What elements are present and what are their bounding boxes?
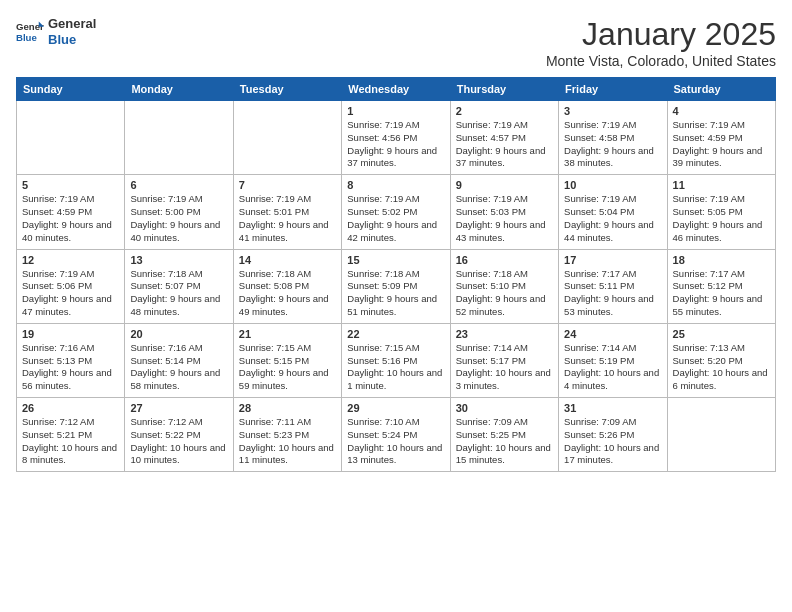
day-info: Daylight: 9 hours and 42 minutes.	[347, 219, 444, 245]
calendar-cell: 3Sunrise: 7:19 AMSunset: 4:58 PMDaylight…	[559, 101, 667, 175]
calendar-cell: 27Sunrise: 7:12 AMSunset: 5:22 PMDayligh…	[125, 398, 233, 472]
day-info: Sunset: 5:25 PM	[456, 429, 553, 442]
day-info: Daylight: 9 hours and 40 minutes.	[130, 219, 227, 245]
day-info: Sunset: 5:20 PM	[673, 355, 770, 368]
day-number: 9	[456, 179, 553, 191]
day-info: Sunset: 5:19 PM	[564, 355, 661, 368]
day-info: Daylight: 10 hours and 3 minutes.	[456, 367, 553, 393]
day-info: Sunrise: 7:15 AM	[239, 342, 336, 355]
day-number: 8	[347, 179, 444, 191]
day-info: Daylight: 9 hours and 44 minutes.	[564, 219, 661, 245]
day-number: 25	[673, 328, 770, 340]
day-number: 31	[564, 402, 661, 414]
day-info: Daylight: 9 hours and 40 minutes.	[22, 219, 119, 245]
day-info: Daylight: 10 hours and 13 minutes.	[347, 442, 444, 468]
day-info: Daylight: 9 hours and 37 minutes.	[347, 145, 444, 171]
day-info: Sunrise: 7:19 AM	[673, 193, 770, 206]
day-info: Sunset: 5:03 PM	[456, 206, 553, 219]
day-info: Sunrise: 7:18 AM	[456, 268, 553, 281]
day-info: Sunrise: 7:19 AM	[564, 193, 661, 206]
logo-icon: General Blue	[16, 18, 44, 46]
day-info: Daylight: 9 hours and 53 minutes.	[564, 293, 661, 319]
logo-general-text: General	[48, 16, 96, 32]
day-number: 10	[564, 179, 661, 191]
day-number: 29	[347, 402, 444, 414]
day-info: Sunrise: 7:12 AM	[22, 416, 119, 429]
header-thursday: Thursday	[450, 78, 558, 101]
day-info: Sunrise: 7:19 AM	[239, 193, 336, 206]
day-info: Sunrise: 7:12 AM	[130, 416, 227, 429]
day-info: Daylight: 10 hours and 17 minutes.	[564, 442, 661, 468]
logo: General Blue General Blue	[16, 16, 96, 47]
calendar-cell	[125, 101, 233, 175]
day-number: 11	[673, 179, 770, 191]
day-info: Sunset: 5:06 PM	[22, 280, 119, 293]
calendar-cell: 26Sunrise: 7:12 AMSunset: 5:21 PMDayligh…	[17, 398, 125, 472]
calendar-cell: 4Sunrise: 7:19 AMSunset: 4:59 PMDaylight…	[667, 101, 775, 175]
day-info: Sunset: 4:58 PM	[564, 132, 661, 145]
day-number: 3	[564, 105, 661, 117]
calendar-cell: 16Sunrise: 7:18 AMSunset: 5:10 PMDayligh…	[450, 249, 558, 323]
day-info: Sunrise: 7:18 AM	[239, 268, 336, 281]
day-info: Sunrise: 7:17 AM	[673, 268, 770, 281]
calendar-cell: 28Sunrise: 7:11 AMSunset: 5:23 PMDayligh…	[233, 398, 341, 472]
day-number: 13	[130, 254, 227, 266]
day-number: 21	[239, 328, 336, 340]
day-info: Sunset: 5:10 PM	[456, 280, 553, 293]
header-sunday: Sunday	[17, 78, 125, 101]
day-info: Sunrise: 7:19 AM	[347, 119, 444, 132]
day-info: Sunrise: 7:15 AM	[347, 342, 444, 355]
calendar-cell: 22Sunrise: 7:15 AMSunset: 5:16 PMDayligh…	[342, 323, 450, 397]
calendar-cell: 29Sunrise: 7:10 AMSunset: 5:24 PMDayligh…	[342, 398, 450, 472]
day-number: 30	[456, 402, 553, 414]
day-info: Daylight: 9 hours and 47 minutes.	[22, 293, 119, 319]
calendar-cell: 25Sunrise: 7:13 AMSunset: 5:20 PMDayligh…	[667, 323, 775, 397]
calendar-cell: 1Sunrise: 7:19 AMSunset: 4:56 PMDaylight…	[342, 101, 450, 175]
calendar-cell	[667, 398, 775, 472]
day-info: Daylight: 9 hours and 38 minutes.	[564, 145, 661, 171]
day-info: Daylight: 9 hours and 56 minutes.	[22, 367, 119, 393]
day-info: Daylight: 10 hours and 10 minutes.	[130, 442, 227, 468]
day-info: Sunset: 5:15 PM	[239, 355, 336, 368]
day-info: Sunrise: 7:19 AM	[347, 193, 444, 206]
day-info: Sunrise: 7:18 AM	[347, 268, 444, 281]
day-number: 6	[130, 179, 227, 191]
day-info: Daylight: 9 hours and 46 minutes.	[673, 219, 770, 245]
day-info: Sunset: 5:00 PM	[130, 206, 227, 219]
calendar-cell: 15Sunrise: 7:18 AMSunset: 5:09 PMDayligh…	[342, 249, 450, 323]
day-number: 27	[130, 402, 227, 414]
day-info: Daylight: 9 hours and 37 minutes.	[456, 145, 553, 171]
day-number: 23	[456, 328, 553, 340]
day-info: Daylight: 9 hours and 49 minutes.	[239, 293, 336, 319]
day-number: 12	[22, 254, 119, 266]
day-info: Sunrise: 7:19 AM	[22, 193, 119, 206]
calendar-cell: 23Sunrise: 7:14 AMSunset: 5:17 PMDayligh…	[450, 323, 558, 397]
day-info: Sunrise: 7:14 AM	[456, 342, 553, 355]
calendar-cell: 11Sunrise: 7:19 AMSunset: 5:05 PMDayligh…	[667, 175, 775, 249]
day-info: Daylight: 9 hours and 41 minutes.	[239, 219, 336, 245]
day-info: Daylight: 10 hours and 4 minutes.	[564, 367, 661, 393]
calendar-cell: 30Sunrise: 7:09 AMSunset: 5:25 PMDayligh…	[450, 398, 558, 472]
logo-blue-text: Blue	[48, 32, 96, 48]
day-number: 5	[22, 179, 119, 191]
calendar-cell: 7Sunrise: 7:19 AMSunset: 5:01 PMDaylight…	[233, 175, 341, 249]
day-info: Sunset: 5:01 PM	[239, 206, 336, 219]
calendar-cell: 2Sunrise: 7:19 AMSunset: 4:57 PMDaylight…	[450, 101, 558, 175]
day-info: Sunset: 5:14 PM	[130, 355, 227, 368]
day-info: Sunrise: 7:18 AM	[130, 268, 227, 281]
day-info: Daylight: 9 hours and 39 minutes.	[673, 145, 770, 171]
day-info: Sunset: 5:17 PM	[456, 355, 553, 368]
day-info: Sunrise: 7:09 AM	[456, 416, 553, 429]
day-info: Sunrise: 7:14 AM	[564, 342, 661, 355]
svg-text:Blue: Blue	[16, 31, 37, 42]
header-tuesday: Tuesday	[233, 78, 341, 101]
day-number: 24	[564, 328, 661, 340]
calendar-cell: 20Sunrise: 7:16 AMSunset: 5:14 PMDayligh…	[125, 323, 233, 397]
week-row-2: 5Sunrise: 7:19 AMSunset: 4:59 PMDaylight…	[17, 175, 776, 249]
day-info: Daylight: 10 hours and 1 minute.	[347, 367, 444, 393]
calendar-cell: 24Sunrise: 7:14 AMSunset: 5:19 PMDayligh…	[559, 323, 667, 397]
day-info: Sunset: 5:21 PM	[22, 429, 119, 442]
day-info: Daylight: 9 hours and 55 minutes.	[673, 293, 770, 319]
day-info: Sunset: 5:07 PM	[130, 280, 227, 293]
calendar-cell: 17Sunrise: 7:17 AMSunset: 5:11 PMDayligh…	[559, 249, 667, 323]
